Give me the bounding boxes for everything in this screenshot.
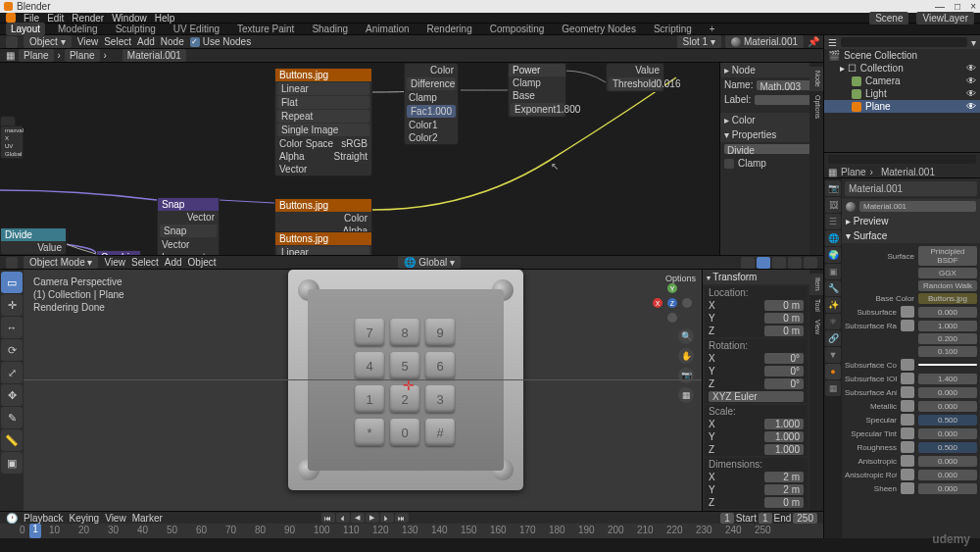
specular-field[interactable]: 0.500 xyxy=(918,415,977,426)
window-close[interactable]: × xyxy=(970,1,976,12)
outliner-scene[interactable]: 🎬Scene Collection xyxy=(824,49,980,62)
rot-x-field[interactable]: 0° xyxy=(764,353,804,364)
zoom-icon[interactable]: 🔍 xyxy=(678,328,694,344)
scale-z-field[interactable]: 1.000 xyxy=(764,444,804,455)
tl-view[interactable]: View xyxy=(105,513,126,524)
frame-end[interactable]: 250 xyxy=(793,513,817,524)
outliner-search[interactable] xyxy=(841,37,967,47)
metallic-field[interactable]: 0.000 xyxy=(918,401,977,412)
pin-icon[interactable]: 📌 xyxy=(808,36,817,47)
tab-animation[interactable]: Animation xyxy=(361,23,414,35)
mode-dropdown[interactable]: Object ▾ xyxy=(24,35,72,48)
jump-end-icon[interactable]: ⏭ xyxy=(395,513,409,523)
mode-dropdown[interactable]: Object Mode ▾ xyxy=(24,256,98,269)
dim-z-field[interactable]: 0 m xyxy=(764,497,804,508)
keyframe-next-icon[interactable]: ⏵ xyxy=(380,513,394,523)
tool-select[interactable]: ▭ xyxy=(1,272,23,293)
scale-x-field[interactable]: 1.000 xyxy=(764,419,804,429)
tab-scripting[interactable]: Scripting xyxy=(649,23,697,35)
editor-type-icon[interactable]: 🕐 xyxy=(6,513,18,524)
vp-select[interactable]: Select xyxy=(131,257,159,268)
material-name-field[interactable]: Material.001 xyxy=(859,201,976,212)
preview-panel[interactable]: ▸ Preview xyxy=(842,214,980,228)
filter-icon[interactable]: ▾ xyxy=(971,37,976,48)
tool-rotate[interactable]: ⟳ xyxy=(1,339,23,361)
eye-icon[interactable]: 👁 xyxy=(966,63,976,74)
pan-icon[interactable]: ✋ xyxy=(678,348,694,364)
tab-texpaint[interactable]: Texture Paint xyxy=(232,23,299,35)
color-dot-icon[interactable] xyxy=(901,414,914,426)
jump-start-icon[interactable]: ⏮ xyxy=(321,513,335,523)
vptab-view[interactable]: View xyxy=(809,316,823,338)
tab-uv[interactable]: UV Editing xyxy=(169,23,224,35)
bc-material[interactable]: Material.001 xyxy=(122,49,186,62)
nt-view[interactable]: View xyxy=(77,36,99,47)
scene-selector[interactable]: Scene xyxy=(869,12,908,25)
subr1-field[interactable]: 1.000 xyxy=(918,321,977,331)
ptab-material[interactable]: ● xyxy=(825,364,841,379)
viewport-options[interactable]: Options xyxy=(665,274,696,283)
vp-object[interactable]: Object xyxy=(188,257,217,268)
vp-add[interactable]: Add xyxy=(165,257,182,268)
node-snap[interactable]: Snap Vector Snap Vector Increment xyxy=(157,197,220,256)
viewlayer-selector[interactable]: ViewLayer xyxy=(916,12,974,25)
tl-keying[interactable]: Keying xyxy=(70,513,100,524)
material-slot[interactable]: Material.001 xyxy=(845,181,977,196)
npanel-tab-options[interactable]: Options xyxy=(809,91,823,123)
overlay-toggle-icon[interactable] xyxy=(741,257,755,269)
window-maximize[interactable]: □ xyxy=(955,1,960,12)
nt-node[interactable]: Node xyxy=(161,36,184,47)
editor-type-icon[interactable] xyxy=(6,36,18,48)
ptab-scene[interactable]: 🌐 xyxy=(825,230,841,246)
node-math-power[interactable]: Power Clamp Base Exponent1.800 xyxy=(508,63,566,118)
color-dot-icon[interactable] xyxy=(901,482,914,494)
vp-view[interactable]: View xyxy=(104,257,125,268)
subsurface-method-field[interactable]: Random Walk xyxy=(918,280,977,291)
editor-type-icon[interactable]: ☰ xyxy=(828,37,837,48)
menu-edit[interactable]: Edit xyxy=(47,13,64,24)
tool-addcube[interactable]: ▣ xyxy=(1,452,23,474)
color-dot-icon[interactable] xyxy=(901,441,914,453)
tl-marker[interactable]: Marker xyxy=(132,513,163,524)
ptab-physics[interactable]: ⚛ xyxy=(825,314,841,329)
tab-add[interactable]: + xyxy=(705,23,720,35)
timeline-ruler[interactable]: 1 01020304050607080901001101201301401501… xyxy=(0,524,823,538)
node-output-tiny[interactable]: maxval X UV Global xyxy=(0,125,24,159)
scale-y-field[interactable]: 1.000 xyxy=(764,431,804,442)
roughness-field[interactable]: 0.500 xyxy=(918,442,977,453)
play-reverse-icon[interactable]: ◀ xyxy=(351,513,365,523)
shading-wire-icon[interactable] xyxy=(804,257,817,269)
gizmo-x-icon[interactable]: X xyxy=(653,298,662,308)
ptab-object[interactable]: ▣ xyxy=(825,264,841,279)
npanel-tab-node[interactable]: Node xyxy=(809,67,823,91)
frame-current[interactable]: 1 xyxy=(720,513,734,524)
outliner-plane[interactable]: Plane👁 xyxy=(824,100,980,113)
nav-gizmo[interactable]: X Y Z xyxy=(653,283,692,323)
dim-x-field[interactable]: 2 m xyxy=(764,472,804,482)
editor-type-icon[interactable] xyxy=(6,257,18,269)
rot-z-field[interactable]: 0° xyxy=(764,378,804,389)
bc-mesh[interactable]: Plane xyxy=(65,49,100,62)
ptab-data[interactable]: ▼ xyxy=(825,347,841,363)
node-mix-rgb[interactable]: Color Difference Clamp Fac1.000 Color1 C… xyxy=(404,63,459,145)
clamp-checkbox[interactable] xyxy=(724,159,734,169)
menu-window[interactable]: Window xyxy=(112,13,147,24)
menu-file[interactable]: File xyxy=(24,13,39,24)
ptab-render[interactable]: 📷 xyxy=(825,180,841,196)
viewport-canvas[interactable]: Camera Perspective (1) Collection | Plan… xyxy=(24,270,702,511)
tool-cursor[interactable]: ✛ xyxy=(1,294,23,316)
outliner-light[interactable]: Light👁 xyxy=(824,87,980,100)
surface-panel[interactable]: ▾ Surface xyxy=(842,228,980,243)
node-value[interactable]: Value Threshold0.016 xyxy=(606,63,664,92)
color-dot-icon[interactable] xyxy=(901,386,914,398)
camera-icon[interactable]: 📷 xyxy=(678,368,694,383)
props-search[interactable] xyxy=(828,155,976,164)
anisor-field[interactable]: 0.000 xyxy=(918,470,977,480)
tool-transform[interactable]: ✥ xyxy=(1,384,23,406)
node-image-texture-3[interactable]: Buttons.jpg Linear Flat xyxy=(274,231,372,256)
material-selector[interactable]: Material.001 xyxy=(725,35,804,48)
color-dot-icon[interactable] xyxy=(901,320,914,331)
distribution-field[interactable]: GGX xyxy=(918,268,977,278)
tool-measure[interactable]: 📏 xyxy=(1,429,23,451)
tl-playback[interactable]: Playback xyxy=(24,513,64,524)
